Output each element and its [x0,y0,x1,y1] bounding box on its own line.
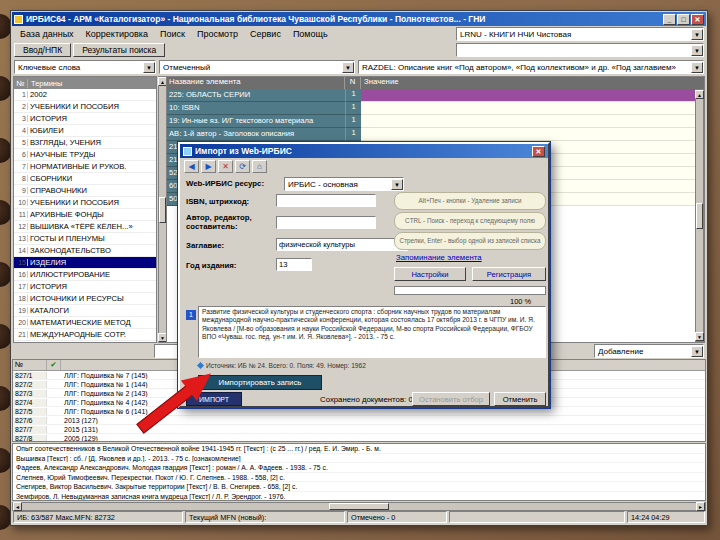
field-row[interactable]: 10: ISBN1 [167,102,704,115]
database-combo[interactable]: LRNU - КНИГИ НЧИ Чистовая ▼ [456,27,704,41]
term-row[interactable]: 14ЗАКОНОДАТЕЛЬСТВО [14,245,156,257]
term-row[interactable]: 21МЕЖДУНАРОДНЫЕ СОТР. [14,329,156,341]
field-value[interactable] [361,115,704,128]
term-row[interactable]: 20МАТЕМАТИЧЕСКИЕ МЕТОД [14,317,156,329]
field-value[interactable] [361,128,704,141]
term-row[interactable]: 19КАТАЛОГИ [14,305,156,317]
forward-icon[interactable]: ▶ [201,160,216,173]
stop-selection-button[interactable]: Остановить отбор [412,392,490,406]
worksheet-combo[interactable]: RAZDEL: Описание книг «Под автором», «По… [358,60,704,74]
term-row[interactable]: 3ИСТОРИЯ [14,113,156,125]
term-number: 2 [14,103,28,110]
menu-item-0[interactable]: База данных [14,28,80,40]
record-row[interactable]: Вышивка [Текст] : сб. / [Д. Яковлев и др… [13,454,705,464]
table-row[interactable]: 827/62013 (127) [13,416,705,425]
dictionary-combo[interactable]: Ключевые слова ▼ [14,60,156,74]
cancel-button[interactable]: Отменить [494,392,546,406]
record-row[interactable]: Слепнев, Юрий Тимофеевич. Перекрестки. П… [13,473,705,483]
register-button[interactable]: Регистрация [472,267,546,281]
chevron-down-icon[interactable]: ▼ [342,62,354,73]
field-row[interactable]: 225: ОБЛАСТЬ СЕРИИ1 [167,89,704,102]
term-row[interactable]: 15ИЗДЕЛИЯ [14,257,156,269]
field-value[interactable] [361,102,704,115]
term-row[interactable]: 10УЧЕБНИКИ И ПОСОБИЯ [14,197,156,209]
chevron-down-icon[interactable]: ▼ [143,62,155,73]
term-row[interactable]: 2УЧЕБНИКИ И ПОСОБИЯ [14,101,156,113]
scroll-thumb[interactable] [159,197,166,223]
scroll-up-icon[interactable]: ▲ [695,90,704,99]
field-name: АВ: 1-й автор - Заголовок описания [167,128,345,141]
record-row[interactable]: Фадеев, Александр Александрович. Молодая… [13,463,705,473]
tab-entry[interactable]: Ввод/НПК [14,43,71,57]
hint-button-1[interactable]: CTRL - Поиск - переход к следующему полю [394,212,546,230]
term-row[interactable]: 17ИСТОРИЯ [14,281,156,293]
refresh-icon[interactable]: ⟳ [235,160,250,173]
settings-button[interactable]: Настройки [394,267,466,281]
field-row[interactable]: АВ: 1-й автор - Заголовок описания1 [167,128,704,141]
menu-item-2[interactable]: Поиск [154,28,191,40]
term-row[interactable]: 11АРХИВНЫЕ ФОНДЫ [14,209,156,221]
add-mode-combo[interactable]: Добавление ▼ [594,344,704,358]
term-number: 3 [14,115,28,122]
resource-combo[interactable]: ИРБИС - основная ▼ [284,177,404,191]
chevron-down-icon[interactable]: ▼ [691,346,703,357]
scroll-down-icon[interactable]: ▼ [695,332,704,341]
mode-combo-value: Отмеченный [163,63,210,72]
term-row[interactable]: 12ВЫШИВКА «ТЁРЁ КЁЛЕН...» [14,221,156,233]
hint-button-2[interactable]: Стрелки, Enter - выбор одной из записей … [394,232,546,250]
stop-icon[interactable]: ✕ [218,160,233,173]
title-input[interactable] [276,238,408,251]
scroll-thumb[interactable] [696,203,703,229]
term-label: УЧЕБНИКИ И ПОСОБИЯ [28,102,119,111]
tab-search-results[interactable]: Результаты поиска [73,43,165,57]
author-input[interactable] [276,216,376,229]
chevron-down-icon[interactable]: ▼ [391,179,403,190]
field-name: 10: ISBN [167,102,345,115]
term-number: 21 [14,331,28,338]
back-icon[interactable]: ◀ [184,160,199,173]
chevron-down-icon[interactable]: ▼ [691,29,703,40]
database-combo-value: LRNU - КНИГИ НЧИ Чистовая [460,30,571,39]
menu-item-4[interactable]: Сервис [244,28,287,40]
maximize-button[interactable]: □ [677,14,690,25]
mode-combo[interactable]: Отмеченный ▼ [159,60,355,74]
term-row[interactable]: 5ВЗГЛЯДЫ, УЧЕНИЯ [14,137,156,149]
term-number: 14 [14,247,28,254]
close-button[interactable]: ✕ [691,14,704,25]
record-row[interactable]: Снегирев, Виктор Васильевич. Закрытые те… [13,482,705,492]
term-row[interactable]: 9СПРАВОЧНИКИ [14,185,156,197]
status-time: 14:24 04:29 [627,511,705,523]
term-row[interactable]: 6НАУЧНЫЕ ТРУДЫ [14,149,156,161]
home-icon[interactable]: ⌂ [252,160,267,173]
minimize-button[interactable]: _ [663,14,676,25]
menu-item-1[interactable]: Корректировка [80,28,154,40]
record-row[interactable]: Земфиров, Л. Невыдуманная записная книга… [13,492,705,502]
term-row[interactable]: 12002 [14,89,156,101]
table-row[interactable]: 827/72015 (131) [13,425,705,434]
menu-item-3[interactable]: Просмотр [191,28,244,40]
empty-combo[interactable]: ▼ [456,43,704,57]
isbn-input[interactable] [276,194,376,207]
term-row[interactable]: 8СБОРНИКИ [14,173,156,185]
term-row[interactable]: 7НОРМАТИВНЫЕ И РУКОВ. [14,161,156,173]
scroll-thumb[interactable] [329,503,389,510]
menu-item-5[interactable]: Помощь [287,28,334,40]
table-row[interactable]: 827/5ЛЛГ: Подшивка № 6 (141) [13,407,705,416]
term-row[interactable]: 13ГОСТЫ И ПЛЕНУМЫ [14,233,156,245]
table-row[interactable]: 827/82005 (129) [13,434,705,442]
memorize-link[interactable]: Запоминание элемента [396,253,482,262]
chevron-down-icon[interactable]: ▼ [691,62,703,73]
hint-button-0[interactable]: Alt+Печ - кнопки - Удаление записи [394,192,546,210]
term-row[interactable]: 4ЮБИЛЕИ [14,125,156,137]
field-row[interactable]: 19: Ин-ные яз. И/Г текстового материала1 [167,115,704,128]
chevron-down-icon[interactable]: ▼ [691,45,703,56]
record-row[interactable]: Опыт соотечественников в Великой Отечест… [13,444,705,454]
year-input[interactable] [276,258,312,271]
term-row[interactable]: 18ИСТОЧНИКИ И РЕСУРСЫ [14,293,156,305]
term-label: ИЛЛЮСТРИРОВАНИЕ [28,270,110,279]
values-scrollbar[interactable]: ▲ ▼ [695,89,704,342]
field-value[interactable] [361,89,704,102]
term-label: НАУЧНЫЕ ТРУДЫ [28,150,95,159]
term-row[interactable]: 16ИЛЛЮСТРИРОВАНИЕ [14,269,156,281]
dialog-close-button[interactable]: ✕ [532,146,545,157]
